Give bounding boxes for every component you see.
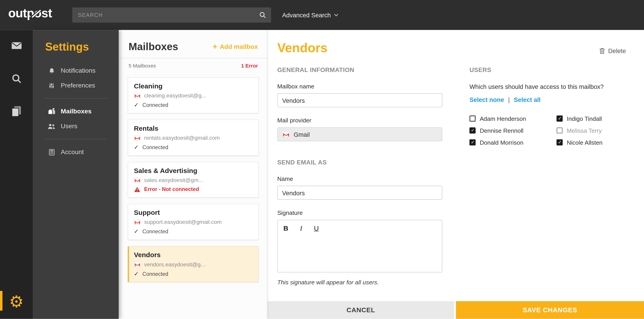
checkbox[interactable]	[470, 127, 476, 133]
signature-label: Signature	[277, 210, 442, 216]
global-search	[72, 8, 271, 23]
check-icon: ✓	[134, 270, 138, 277]
delete-mailbox-button[interactable]: Delete	[599, 47, 626, 54]
advanced-search-button[interactable]: Advanced Search	[282, 12, 339, 19]
user-checkbox-donald-morrison[interactable]: Donald Morrison	[470, 139, 556, 146]
section-users: USERS	[470, 66, 628, 73]
save-changes-button[interactable]: SAVE CHANGES	[456, 301, 644, 319]
chevron-down-icon	[334, 14, 339, 17]
mailbox-name-label: Mailbox name	[277, 83, 442, 90]
documents-icon[interactable]	[0, 106, 33, 117]
general-info-column: GENERAL INFORMATION Mailbox name Mail pr…	[277, 66, 442, 295]
gmail-icon	[134, 262, 141, 267]
sidebar-item-notifications[interactable]: Notifications	[33, 63, 119, 78]
add-mailbox-button[interactable]: + Add mailbox	[213, 42, 258, 51]
search-input[interactable]	[77, 12, 259, 19]
sidebar-item-users[interactable]: Users	[33, 119, 119, 134]
gear-icon[interactable]: ⚙	[0, 293, 33, 310]
user-checkbox-dennise-rennoll[interactable]: Dennise Rennoll	[470, 127, 556, 134]
mail-provider-label: Mail provider	[277, 117, 442, 124]
mailbox-card-support[interactable]: Support support.easydoesit@gmail.com ✓ C…	[128, 204, 259, 240]
sidebar-item-label: Notifications	[61, 67, 95, 75]
user-checkbox-grid: Adam Henderson Dennise Rennoll Donald Mo…	[470, 113, 628, 148]
outpost-logo: outpost	[8, 7, 52, 19]
user-checkbox-indigo-tindall[interactable]: Indigo Tindall	[556, 115, 628, 122]
signature-note: This signature will appear for all users…	[277, 279, 442, 285]
select-all-link[interactable]: Select all	[514, 96, 540, 103]
sidebar-item-label: Mailboxes	[61, 108, 92, 115]
checkbox[interactable]	[470, 115, 476, 122]
active-section-indicator	[0, 291, 2, 311]
section-send-email-as: SEND EMAIL AS	[277, 159, 442, 166]
sender-name-input[interactable]	[277, 186, 442, 200]
name-label: Name	[277, 175, 442, 182]
section-general-information: GENERAL INFORMATION	[277, 66, 442, 73]
mailbox-icon	[48, 108, 56, 115]
cancel-button[interactable]: CANCEL	[267, 301, 454, 319]
sidebar-divider	[45, 139, 107, 139]
mailbox-card-sales-advertising[interactable]: Sales & Advertising sales.easydoesit@gm.…	[128, 162, 259, 198]
gmail-icon	[282, 131, 290, 137]
users-icon	[48, 123, 56, 129]
gmail-icon	[134, 135, 141, 141]
mail-icon[interactable]	[0, 41, 33, 50]
trash-icon	[599, 48, 605, 54]
user-checkbox-melissa-terry[interactable]: Melissa Terry	[556, 127, 628, 134]
panel-title: Mailboxes	[128, 41, 178, 53]
sliders-icon	[48, 82, 56, 89]
sidebar-item-label: Account	[61, 148, 84, 156]
check-icon: ✓	[134, 228, 138, 235]
sidebar-divider	[45, 98, 107, 99]
sidebar-item-account[interactable]: Account	[33, 145, 119, 160]
error-count: 1 Error	[241, 63, 258, 69]
user-checkbox-adam-henderson[interactable]: Adam Henderson	[470, 115, 556, 122]
signature-editor[interactable]: B I U	[277, 220, 442, 272]
sidebar-item-preferences[interactable]: Preferences	[33, 78, 119, 93]
warning-icon	[134, 186, 140, 192]
user-checkbox-nicole-allsten[interactable]: Nicole Allsten	[556, 139, 628, 146]
advanced-search-label: Advanced Search	[282, 12, 331, 19]
sidebar-item-label: Users	[61, 122, 77, 130]
calculator-icon	[48, 148, 56, 155]
settings-title: Settings	[45, 41, 119, 54]
mailbox-card-vendors[interactable]: Vendors vendors.easydoesit@g... ✓ Connec…	[128, 246, 259, 282]
gmail-icon	[134, 93, 141, 98]
sidebar-item-label: Preferences	[61, 82, 95, 89]
page-title: Vendors	[277, 41, 328, 56]
topbar: outpost Advanced Search	[0, 0, 644, 30]
bell-icon	[48, 67, 56, 74]
separator: |	[508, 96, 510, 103]
app-window: outpost Advanced Search	[0, 0, 644, 319]
search-icon[interactable]	[259, 12, 266, 19]
check-icon: ✓	[134, 144, 138, 150]
settings-sidebar: Settings Notifications	[33, 30, 119, 319]
bold-button[interactable]: B	[283, 224, 288, 232]
plus-icon: +	[213, 42, 217, 51]
gmail-icon	[134, 177, 141, 183]
mailbox-name-input[interactable]	[277, 93, 442, 107]
mailbox-detail: Vendors Delete GENERAL INFORMATION	[267, 30, 644, 319]
users-column: USERS Which users should have access to …	[470, 66, 644, 295]
mailbox-card-rentals[interactable]: Rentals rentals.easydoesit@gmail.com ✓ C…	[128, 120, 259, 156]
check-icon: ✓	[134, 102, 138, 108]
mailbox-count: 5 Mailboxes	[128, 63, 156, 69]
mailbox-card-cleaning[interactable]: Cleaning cleaning.easydoesit@g... ✓ Conn…	[128, 77, 259, 113]
checkbox[interactable]	[556, 127, 562, 133]
select-none-link[interactable]: Select none	[470, 96, 504, 103]
underline-button[interactable]: U	[314, 224, 319, 232]
checkbox[interactable]	[556, 139, 562, 145]
italic-button[interactable]: I	[300, 224, 302, 233]
checkbox[interactable]	[556, 115, 562, 122]
mailboxes-panel: Mailboxes + Add mailbox 5 Mailboxes 1 Er…	[119, 30, 267, 319]
action-bar: CANCEL SAVE CHANGES	[267, 301, 644, 319]
search-rail-icon[interactable]	[0, 74, 33, 84]
users-question: Which users should have access to this m…	[470, 83, 628, 90]
icon-rail: ⚙	[0, 30, 33, 319]
gmail-icon	[134, 219, 141, 225]
checkbox[interactable]	[470, 139, 476, 145]
sidebar-item-mailboxes[interactable]: Mailboxes	[33, 104, 119, 119]
mail-provider-value: Gmail	[277, 127, 442, 141]
